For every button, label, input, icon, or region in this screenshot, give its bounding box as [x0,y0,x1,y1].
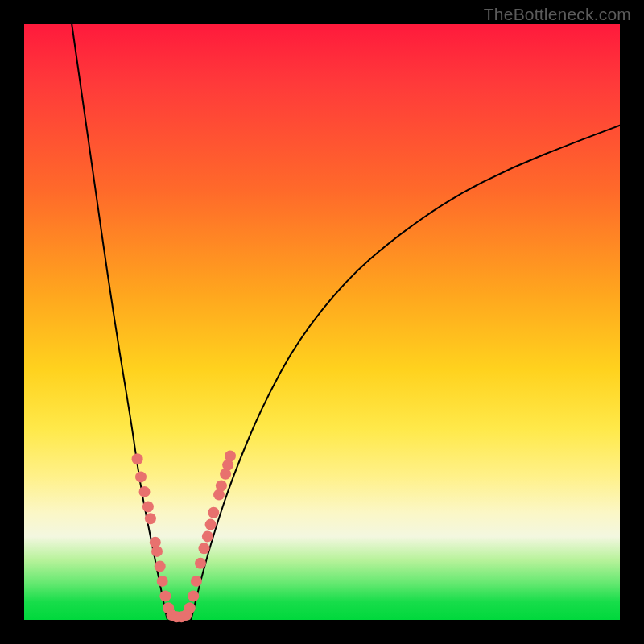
data-bead [216,481,227,492]
bead-group [132,451,236,623]
data-bead [139,486,151,497]
data-bead [159,590,171,601]
data-bead [142,501,154,512]
data-bead [202,530,213,542]
curve-svg [24,24,620,620]
data-bead [205,519,217,530]
data-bead [145,513,156,524]
outer-frame: TheBottleneck.com [0,0,644,644]
data-bead [208,507,219,518]
data-bead [180,609,192,621]
data-bead [199,543,210,554]
curve-left [72,24,167,620]
data-bead [132,453,143,464]
data-bead [155,560,166,572]
plot-area [24,24,620,620]
data-bead [135,471,147,482]
data-bead [191,576,202,587]
data-bead [157,576,168,587]
data-bead [225,451,236,462]
watermark-text: TheBottleneck.com [484,5,631,24]
data-bead [188,590,199,601]
curve-right [191,126,620,620]
data-bead [151,546,163,557]
data-bead [195,558,206,569]
